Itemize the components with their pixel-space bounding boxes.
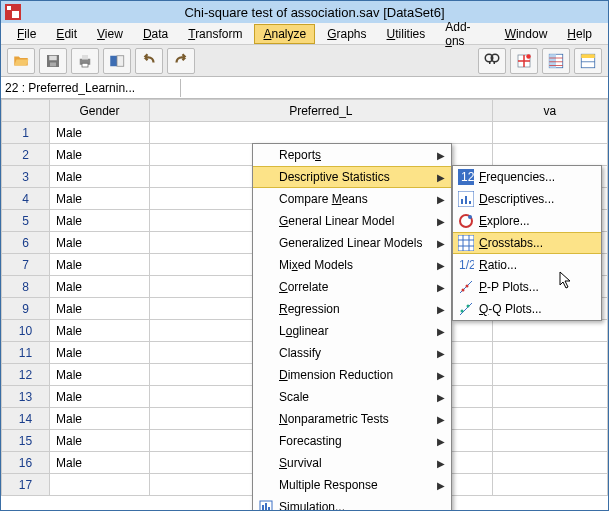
menu-item-compare-means[interactable]: Compare Means▶ (253, 188, 451, 210)
menu-file[interactable]: File (9, 25, 44, 43)
cell-gender[interactable]: Male (50, 188, 150, 210)
cell[interactable] (492, 122, 607, 144)
open-button[interactable] (7, 48, 35, 74)
row-number[interactable]: 13 (2, 386, 50, 408)
cell-gender[interactable] (50, 474, 150, 496)
column-header[interactable]: Preferred_L (150, 100, 493, 122)
cell-gender[interactable]: Male (50, 452, 150, 474)
menu-view[interactable]: View (89, 25, 131, 43)
cell-gender[interactable]: Male (50, 386, 150, 408)
menu-item-nonparametric-tests[interactable]: Nonparametric Tests▶ (253, 408, 451, 430)
submenu-item-ratio[interactable]: 1/2Ratio... (453, 254, 601, 276)
menu-edit[interactable]: Edit (48, 25, 85, 43)
menu-item-simulation[interactable]: Simulation... (253, 496, 451, 510)
menu-analyze[interactable]: Analyze (254, 24, 315, 44)
cell-value-box[interactable] (181, 86, 608, 90)
cell-gender[interactable]: Male (50, 430, 150, 452)
row-number[interactable]: 6 (2, 232, 50, 254)
column-header[interactable]: va (492, 100, 607, 122)
menu-item-survival[interactable]: Survival▶ (253, 452, 451, 474)
column-header[interactable]: Gender (50, 100, 150, 122)
cell-gender[interactable]: Male (50, 122, 150, 144)
row-number[interactable]: 5 (2, 210, 50, 232)
menu-item-multiple-response[interactable]: Multiple Response▶ (253, 474, 451, 496)
cell[interactable] (492, 364, 607, 386)
row-number[interactable]: 1 (2, 122, 50, 144)
menu-item-regression[interactable]: Regression▶ (253, 298, 451, 320)
cell-gender[interactable]: Male (50, 210, 150, 232)
menu-item-general-linear-model[interactable]: General Linear Model▶ (253, 210, 451, 232)
row-number[interactable]: 2 (2, 144, 50, 166)
menu-item-dimension-reduction[interactable]: Dimension Reduction▶ (253, 364, 451, 386)
row-number[interactable]: 10 (2, 320, 50, 342)
cell-gender[interactable]: Male (50, 408, 150, 430)
row-number[interactable]: 8 (2, 276, 50, 298)
menu-item-classify[interactable]: Classify▶ (253, 342, 451, 364)
menu-add-ons[interactable]: Add-ons (437, 18, 492, 50)
cell-gender[interactable]: Male (50, 254, 150, 276)
menu-item-reports[interactable]: Reports▶ (253, 144, 451, 166)
row-number[interactable]: 11 (2, 342, 50, 364)
menu-item-correlate[interactable]: Correlate▶ (253, 276, 451, 298)
menu-graphs[interactable]: Graphs (319, 25, 374, 43)
cell-gender[interactable]: Male (50, 232, 150, 254)
recall-dialog-button[interactable] (103, 48, 131, 74)
submenu-item-explore[interactable]: Explore... (453, 210, 601, 232)
submenu-item-descriptives[interactable]: Descriptives... (453, 188, 601, 210)
cell-gender[interactable]: Male (50, 298, 150, 320)
cell-gender[interactable]: Male (50, 144, 150, 166)
table-row[interactable]: 1Male (2, 122, 608, 144)
menu-window[interactable]: Window (497, 25, 556, 43)
row-number[interactable]: 4 (2, 188, 50, 210)
row-number[interactable]: 17 (2, 474, 50, 496)
submenu-item-q-q-plots[interactable]: Q-Q Plots... (453, 298, 601, 320)
row-number[interactable]: 3 (2, 166, 50, 188)
menu-transform[interactable]: Transform (180, 25, 250, 43)
cell-name-box[interactable]: 22 : Preferred_Learnin... (1, 79, 181, 97)
menu-help[interactable]: Help (559, 25, 600, 43)
menu-item-generalized-linear-models[interactable]: Generalized Linear Models▶ (253, 232, 451, 254)
row-header-corner[interactable] (2, 100, 50, 122)
submenu-item-p-p-plots[interactable]: P-P Plots... (453, 276, 601, 298)
print-button[interactable] (71, 48, 99, 74)
menu-utilities[interactable]: Utilities (379, 25, 434, 43)
cell[interactable] (492, 474, 607, 496)
cell-gender[interactable]: Male (50, 166, 150, 188)
row-number[interactable]: 15 (2, 430, 50, 452)
row-number[interactable]: 12 (2, 364, 50, 386)
save-button[interactable] (39, 48, 67, 74)
find-button[interactable] (478, 48, 506, 74)
split-file-button[interactable] (542, 48, 570, 74)
pp-icon (457, 278, 475, 296)
cell[interactable] (150, 122, 493, 144)
submenu-item-crosstabs[interactable]: Crosstabs... (453, 232, 601, 254)
cell[interactable] (492, 320, 607, 342)
cell[interactable] (492, 144, 607, 166)
undo-button[interactable] (135, 48, 163, 74)
row-number[interactable]: 9 (2, 298, 50, 320)
menu-item-mixed-models[interactable]: Mixed Models▶ (253, 254, 451, 276)
menu-item-descriptive-statistics[interactable]: Descriptive Statistics▶ (253, 166, 451, 188)
cell[interactable] (492, 430, 607, 452)
menu-data[interactable]: Data (135, 25, 176, 43)
row-number[interactable]: 16 (2, 452, 50, 474)
menu-item-forecasting[interactable]: Forecasting▶ (253, 430, 451, 452)
descriptive-statistics-submenu[interactable]: 123Frequencies...Descriptives...Explore.… (452, 165, 602, 321)
cell[interactable] (492, 408, 607, 430)
cell[interactable] (492, 386, 607, 408)
cell[interactable] (492, 342, 607, 364)
redo-button[interactable] (167, 48, 195, 74)
submenu-item-frequencies[interactable]: 123Frequencies... (453, 166, 601, 188)
menu-item-loglinear[interactable]: Loglinear▶ (253, 320, 451, 342)
row-number[interactable]: 14 (2, 408, 50, 430)
cell-gender[interactable]: Male (50, 364, 150, 386)
row-number[interactable]: 7 (2, 254, 50, 276)
analyze-menu-dropdown[interactable]: Reports▶Descriptive Statistics▶Compare M… (252, 143, 452, 510)
cell-gender[interactable]: Male (50, 320, 150, 342)
cell-gender[interactable]: Male (50, 342, 150, 364)
insert-case-button[interactable] (510, 48, 538, 74)
cell[interactable] (492, 452, 607, 474)
menu-item-scale[interactable]: Scale▶ (253, 386, 451, 408)
cell-gender[interactable]: Male (50, 276, 150, 298)
weight-cases-button[interactable] (574, 48, 602, 74)
